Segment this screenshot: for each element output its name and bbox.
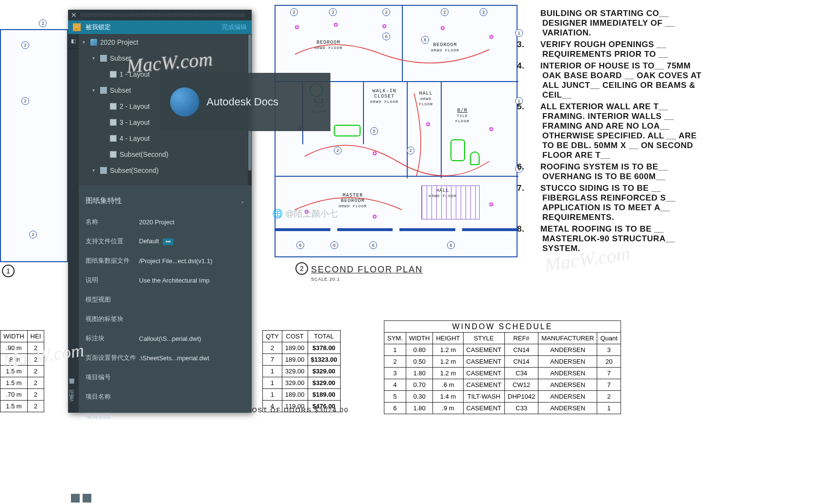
tree-item[interactable]: 4 - Layout bbox=[79, 130, 252, 146]
locked-label: 被我锁定 bbox=[86, 23, 111, 32]
tree-item[interactable]: Subset(Second) bbox=[79, 146, 252, 162]
prop-ssfile-val[interactable]: /Project File...ect.dst(v1.1) bbox=[139, 257, 245, 265]
more-button[interactable]: ••• bbox=[163, 238, 173, 245]
tab-top-icon[interactable]: ◧ bbox=[68, 34, 79, 49]
prop-name-val[interactable]: 2020 Project bbox=[139, 218, 245, 226]
props-title-label: 图纸集特性 bbox=[86, 196, 122, 205]
plan-title: SECOND FLOOR PLAN bbox=[311, 265, 423, 275]
drag-handle[interactable] bbox=[81, 13, 245, 17]
lock-bar: 🔒 被我锁定 完成编辑 bbox=[68, 20, 252, 34]
window-schedule-table: WINDOW SCHEDULE SYM.WIDTHHEIGHTSTYLEREF#… bbox=[384, 320, 621, 414]
left-callout-circle: 1 bbox=[2, 265, 15, 277]
plan-scale: SCALE 20:1 bbox=[311, 277, 340, 282]
prop-pgover-val[interactable]: .\SheetSets...mperial.dwt bbox=[139, 354, 245, 362]
prop-callout-val[interactable]: Callout(\S...perial.dwt) bbox=[139, 335, 245, 342]
prop-tag-label: 视图的标签块 bbox=[86, 315, 139, 323]
footer-icon-1[interactable] bbox=[71, 494, 80, 503]
project-icon bbox=[90, 39, 97, 46]
prop-projname-label: 项目名称 bbox=[86, 392, 139, 401]
footer-icon-2[interactable] bbox=[83, 494, 91, 503]
panel-titlebar[interactable]: ✕ bbox=[68, 10, 252, 20]
prop-support-label: 支持文件位置 bbox=[86, 237, 139, 246]
expand-icon[interactable]: ⌄ bbox=[240, 198, 245, 204]
prop-desc-label: 说明 bbox=[86, 276, 139, 285]
plan-callout-circle: 2 bbox=[295, 262, 308, 275]
tree-root-label: 2020 Project bbox=[100, 38, 138, 46]
prop-support-val[interactable]: Default••• bbox=[139, 237, 245, 245]
prop-model-label: 模型视图 bbox=[86, 295, 139, 304]
tree-item[interactable]: ▾Subset(Second) bbox=[79, 162, 252, 178]
general-notes: BUILDING OR STARTING CO__ DESIGNER IMMED… bbox=[530, 9, 709, 255]
autodesk-label: Autodesk Docs bbox=[207, 96, 278, 108]
properties-panel: 图纸集特性 ⌄ 名称2020 Project 支持文件位置Default••• … bbox=[79, 188, 252, 413]
prop-ssfile-label: 图纸集数据文件 bbox=[86, 256, 139, 265]
mid-partial-table: QTYCOSTTOTAL 2189.00$378.007189.00$1323.… bbox=[262, 330, 341, 412]
prop-desc-val[interactable]: Use the Architectural Imp bbox=[139, 277, 245, 284]
autodesk-docs-overlay: Autodesk Docs bbox=[160, 73, 330, 131]
finish-edit-link[interactable]: 完成编辑 bbox=[222, 23, 247, 32]
prop-callout-label: 标注块 bbox=[86, 334, 139, 343]
prop-projphase-label: 项目阶段 bbox=[86, 412, 139, 420]
tree-root[interactable]: ▾ 2020 Project bbox=[79, 34, 252, 50]
weibo-watermark: 🌐 @陌上颜小七 bbox=[272, 208, 338, 219]
close-icon[interactable]: ✕ bbox=[71, 11, 77, 19]
panel-footer-icons[interactable] bbox=[69, 492, 93, 504]
globe-icon bbox=[170, 87, 199, 117]
floor-plan: BEDROOMHRWD FLOOR BEDROOMHRWD FLOOR WALK… bbox=[275, 5, 518, 257]
prop-projno-label: 项目编号 bbox=[86, 373, 139, 382]
lock-icon: 🔒 bbox=[73, 23, 81, 31]
prop-name-label: 名称 bbox=[86, 218, 139, 226]
prop-pgover-label: 页面设置替代文件 bbox=[86, 353, 139, 362]
chevron-down-icon[interactable]: ▾ bbox=[83, 39, 87, 45]
